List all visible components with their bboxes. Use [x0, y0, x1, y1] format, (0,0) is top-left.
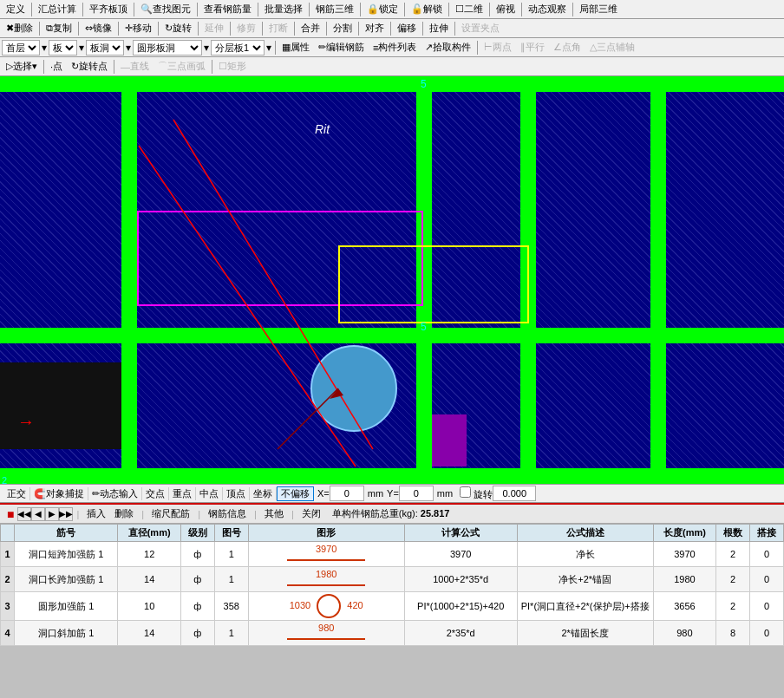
- rebar-info-btn[interactable]: 钢筋信息: [204, 506, 251, 521]
- sep14: [78, 22, 79, 36]
- table-row[interactable]: 1洞口短跨加强筋 112ф139703970净长397020: [1, 542, 784, 567]
- close-red-btn[interactable]: ■: [3, 507, 17, 521]
- row-length-cell: 3970: [653, 542, 716, 567]
- mirror-btn[interactable]: ⇔ 镜像: [81, 20, 116, 36]
- rect-btn[interactable]: ☐ 矩形: [214, 58, 251, 75]
- row-number-cell: 2: [1, 567, 15, 592]
- center-btn[interactable]: 中点: [196, 487, 223, 500]
- row-diameter-cell: 10: [118, 592, 181, 621]
- batch-select-btn[interactable]: 批量选择: [260, 1, 307, 17]
- type-select[interactable]: 板: [49, 40, 77, 55]
- insert-btn[interactable]: 插入: [82, 506, 110, 521]
- summary-calc-btn[interactable]: 汇总计算: [34, 1, 81, 17]
- nav-next-btn[interactable]: ▶: [45, 507, 59, 521]
- rotate-btn[interactable]: ↻ 旋转: [160, 20, 196, 36]
- rit-label: Rit: [315, 122, 330, 136]
- sep3: [134, 3, 134, 16]
- extend-btn[interactable]: 延伸: [200, 20, 228, 36]
- x-input[interactable]: [330, 486, 364, 501]
- shape-select[interactable]: 圆形板洞: [133, 40, 202, 55]
- row-length-cell: 3656: [653, 592, 716, 621]
- no-offset-btn[interactable]: 不偏移: [277, 486, 314, 501]
- view-rebar-btn[interactable]: 查看钢筋量: [199, 1, 256, 17]
- drawing-area[interactable]: 5 5 Rit 2 →: [0, 76, 784, 484]
- sep30: [212, 60, 212, 74]
- rebar-3d-btn[interactable]: 钢筋三维: [311, 1, 358, 17]
- point-btn[interactable]: · 点: [46, 58, 67, 75]
- copy-btn[interactable]: ⧉ 复制: [42, 20, 76, 36]
- arc-btn[interactable]: ⌒ 三点画弧: [154, 58, 210, 75]
- th-overlap: 搭接: [750, 525, 784, 542]
- set-grip-btn[interactable]: 设置夹点: [457, 20, 504, 36]
- find-element-btn[interactable]: 🔍 查找图元: [136, 1, 195, 17]
- status-bar: 正交 🧲 对象捕捉 ✏ 动态输入 交点 重点 中点 顶点 坐标 不偏移 X= m…: [0, 484, 784, 503]
- vertex-btn[interactable]: 顶点: [223, 487, 250, 500]
- table-header-row: 筋号 直径(mm) 级别 图号 图形 计算公式 公式描述 长度(mm) 根数 搭…: [1, 525, 784, 542]
- sep-bt2: |: [198, 509, 200, 519]
- th-count: 根数: [716, 525, 750, 542]
- trim-btn[interactable]: 修剪: [232, 20, 260, 36]
- floor-select[interactable]: 首层: [2, 40, 40, 55]
- coord-btn[interactable]: 坐标: [250, 487, 277, 500]
- move-btn[interactable]: ✛ 移动: [121, 20, 156, 36]
- nav-first-btn[interactable]: ◀◀: [17, 507, 31, 521]
- row-level-cell: ф: [180, 542, 214, 567]
- 2d-btn[interactable]: ☐ 二维: [451, 1, 487, 17]
- level-select[interactable]: 分层板1: [211, 40, 265, 55]
- ortho-btn[interactable]: 正交: [3, 487, 30, 500]
- snap-btn[interactable]: 🧲 对象捕捉: [30, 487, 88, 500]
- top-view-btn[interactable]: 俯视: [492, 1, 519, 17]
- nav-prev-btn[interactable]: ◀: [31, 507, 45, 521]
- rotate-checkbox[interactable]: [460, 486, 471, 498]
- midpoint-weight-btn[interactable]: 重点: [169, 487, 196, 500]
- sep-nav: |: [76, 509, 79, 519]
- unlock-btn[interactable]: 🔓 解锁: [407, 1, 447, 17]
- row-overlap-cell: 0: [750, 621, 784, 646]
- scale-rebar-btn[interactable]: 缩尺配筋: [147, 506, 194, 521]
- table-row[interactable]: 3圆形加强筋 110ф3581030 420PI*(1000+2*15)+420…: [1, 592, 784, 621]
- three-point-btn[interactable]: △ 三点辅轴: [585, 39, 639, 55]
- point-angle-btn[interactable]: ∠ 点角: [549, 39, 585, 55]
- subtype-select[interactable]: 板洞: [86, 40, 124, 55]
- break-btn[interactable]: 打断: [265, 20, 292, 36]
- parallel-btn[interactable]: ∥ 平行: [516, 39, 549, 55]
- local-3d-btn[interactable]: 局部三维: [575, 1, 622, 17]
- dynamic-obs-btn[interactable]: 动态观察: [524, 1, 571, 17]
- align-btn[interactable]: 对齐: [361, 20, 389, 36]
- split-btn[interactable]: 分割: [329, 20, 356, 36]
- other-btn[interactable]: 其他: [260, 506, 288, 521]
- sep16: [158, 22, 159, 36]
- sep13: [39, 22, 40, 36]
- lock-btn[interactable]: 🔒 锁定: [363, 1, 402, 17]
- rotate-checkbox-area: 旋转: [460, 486, 493, 501]
- property-btn[interactable]: ▦ 属性: [278, 39, 314, 55]
- edit-rebar-btn[interactable]: ✏ 编辑钢筋: [314, 39, 369, 55]
- stretch-btn[interactable]: 拉伸: [425, 20, 453, 36]
- line-btn[interactable]: — 直线: [116, 58, 154, 75]
- offset-btn[interactable]: 偏移: [393, 20, 421, 36]
- close-panel-btn[interactable]: 关闭: [297, 506, 325, 521]
- intersect-btn[interactable]: 交点: [142, 487, 169, 500]
- delete-btn[interactable]: ✖ 删除: [2, 20, 37, 36]
- pick-component-btn[interactable]: ↗ 拾取构件: [421, 39, 475, 55]
- purple-rect: [432, 414, 467, 466]
- rotate-value-input[interactable]: [493, 486, 536, 501]
- dynamic-input-btn[interactable]: ✏ 动态输入: [88, 487, 142, 500]
- two-point-btn[interactable]: ⊢ 两点: [480, 39, 516, 55]
- table-row[interactable]: 2洞口长跨加强筋 114ф119801000+2*35*d净长+2*锚固1980…: [1, 567, 784, 592]
- merge-btn[interactable]: 合并: [297, 20, 324, 36]
- th-num: [1, 525, 15, 542]
- select-btn[interactable]: ▷ 选择 ▾: [2, 58, 42, 75]
- align-top-btn[interactable]: 平齐板顶: [85, 1, 132, 17]
- y-input[interactable]: [399, 486, 434, 501]
- rotate-point-btn[interactable]: ↻ 旋转点: [67, 58, 112, 75]
- sep19: [262, 22, 263, 36]
- define-btn[interactable]: 定义: [2, 1, 29, 17]
- rotate-label: 旋转: [474, 489, 493, 499]
- bt-delete-btn[interactable]: 删除: [110, 506, 138, 521]
- table-row[interactable]: 4洞口斜加筋 114ф19802*35*d2*锚固长度98080: [1, 621, 784, 646]
- row-name-cell: 洞口短跨加强筋 1: [15, 542, 118, 567]
- th-desc: 公式描述: [517, 525, 653, 542]
- component-list-btn[interactable]: ≡ 构件列表: [369, 39, 421, 55]
- nav-last-btn[interactable]: ▶▶: [59, 507, 73, 521]
